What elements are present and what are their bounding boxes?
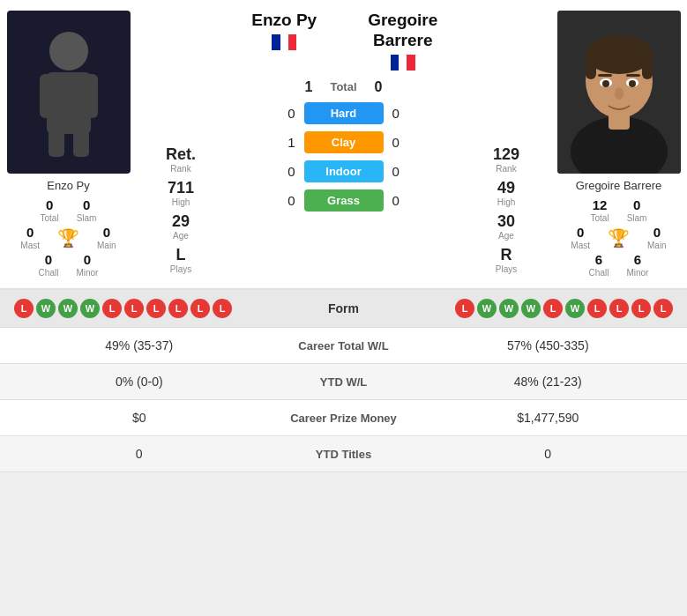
player1-slam-label: Slam	[77, 213, 97, 223]
player1-slam-stat: 0 Slam	[77, 197, 97, 223]
player2-chall-stat: 6 Chall	[589, 252, 609, 278]
player2-plays-block: R Plays	[496, 246, 517, 274]
player2-mast-stat: 0 Mast	[571, 225, 590, 250]
stats-left-1: 0% (0-0)	[14, 375, 265, 389]
player1-flag	[272, 34, 296, 50]
player2-age-value: 30	[497, 212, 515, 231]
player2-center-stats: 129 Rank 49 High 30 Age R Plays	[462, 11, 550, 278]
player1-total-label: Total	[41, 213, 59, 223]
player1-name-top: Enzo Py	[251, 11, 317, 31]
stats-center-3: YTD Titles	[265, 448, 423, 461]
svg-rect-17	[598, 74, 612, 77]
player1-form-badge-6: L	[146, 299, 166, 318]
player2-form-badge-4: L	[543, 299, 563, 318]
player2-stats: 12 Total 0 Slam 0 Mast 🏆	[550, 197, 687, 278]
player2-minor-stat: 6 Minor	[626, 252, 648, 278]
trophy-icon-right: 🏆	[608, 229, 630, 247]
grass-line: 0 Grass 0	[283, 189, 405, 212]
player2-stats-row2: 0 Mast 🏆 0 Main	[571, 225, 666, 250]
player1-mast-value: 0	[26, 225, 34, 240]
stats-center-2: Career Prize Money	[265, 412, 423, 425]
svg-rect-5	[73, 130, 89, 157]
player1-stats: 0 Total 0 Slam 0 Mast 🏆	[0, 197, 137, 278]
comparison-section: Enzo Py 0 Total 0 Slam 0 Mast	[0, 0, 687, 290]
stats-left-3: 0	[14, 447, 265, 461]
clay-line: 1 Clay 0	[283, 131, 405, 153]
svg-point-19	[615, 87, 624, 100]
h2h-total-label: Total	[330, 80, 356, 93]
stats-right-2: $1,477,590	[423, 411, 674, 425]
svg-point-0	[49, 32, 88, 71]
indoor-right: 0	[392, 164, 405, 179]
player2-form-badge-1: W	[477, 299, 497, 318]
player2-high-block: 49 High	[497, 179, 516, 207]
grass-right: 0	[392, 193, 405, 208]
player1-rank-label: Rank	[170, 164, 190, 174]
player2-age-block: 30 Age	[497, 212, 515, 241]
player2-total-stat: 12 Total	[591, 197, 609, 223]
player2-rank-block: 129 Rank	[493, 145, 519, 174]
stats-table: 49% (35-37) Career Total W/L 57% (450-33…	[0, 328, 687, 472]
player1-photo-col: Enzo Py 0 Total 0 Slam 0 Mast	[0, 11, 137, 278]
h2h-left-total: 1	[305, 79, 313, 95]
player2-photo-col: Gregoire Barrere 12 Total 0 Slam 0 Mast	[550, 11, 687, 278]
player1-mast-label: Mast	[20, 241, 40, 250]
stats-left-0: 49% (35-37)	[14, 338, 265, 353]
stats-right-1: 48% (21-23)	[423, 375, 674, 389]
player1-form-badge-4: L	[102, 299, 122, 318]
h2h-section: 1 Total 0 0 Hard 0 1 Clay	[225, 79, 462, 212]
player1-total-value: 0	[46, 197, 53, 212]
stats-row-1: 0% (0-0) YTD W/L 48% (21-23)	[0, 364, 687, 400]
form-label: Form	[273, 301, 414, 315]
clay-btn: Clay	[304, 131, 384, 153]
clay-right: 0	[392, 135, 405, 150]
stats-center-1: YTD W/L	[265, 375, 423, 389]
player1-age-value: 29	[172, 212, 190, 231]
player1-center-stats: Ret. Rank 711 High 29 Age L Plays	[137, 11, 225, 278]
hard-right: 0	[392, 106, 405, 121]
player1-plays-value: L	[175, 246, 185, 264]
player1-rank-value: Ret.	[166, 145, 196, 164]
svg-rect-2	[40, 74, 56, 118]
player2-age-label: Age	[498, 231, 514, 241]
player2-face-icon	[557, 11, 681, 174]
indoor-left: 0	[283, 164, 295, 179]
player2-photo	[557, 11, 681, 174]
svg-rect-12	[642, 53, 653, 79]
player1-name-below: Enzo Py	[47, 179, 89, 192]
clay-label: Clay	[332, 136, 355, 149]
player1-high-block: 711 High	[168, 179, 194, 207]
stats-row-2: $0 Career Prize Money $1,477,590	[0, 400, 687, 436]
player1-form: LWWWLLLLLL	[14, 299, 273, 318]
svg-rect-18	[626, 74, 640, 77]
player2-total-value: 12	[593, 197, 608, 212]
player1-main-label: Main	[97, 241, 116, 250]
player1-rank-block: Ret. Rank	[166, 145, 196, 174]
player2-name-below: Gregoire Barrere	[576, 179, 662, 192]
player2-high-value: 49	[497, 179, 515, 197]
player1-main-stat: 0 Main	[97, 225, 116, 250]
player2-total-label: Total	[591, 213, 609, 223]
player2-minor-label: Minor	[626, 268, 648, 278]
player2-chall-label: Chall	[589, 268, 609, 278]
player1-form-badge-8: L	[190, 299, 210, 318]
player2-slam-value: 0	[633, 197, 640, 212]
player1-form-badge-9: L	[213, 299, 232, 318]
player2-form-badge-0: L	[455, 299, 474, 318]
svg-point-16	[629, 80, 636, 87]
player2-minor-value: 6	[634, 252, 641, 267]
main-container: Enzo Py 0 Total 0 Slam 0 Mast	[0, 0, 687, 472]
player2-plays-label: Plays	[496, 264, 517, 274]
player2-trophy: 🏆	[608, 229, 630, 247]
player1-age-block: 29 Age	[172, 212, 190, 241]
player1-form-badge-2: W	[58, 299, 78, 318]
player2-stats-row1: 12 Total 0 Slam	[591, 197, 647, 223]
stats-right-0: 57% (450-335)	[423, 338, 674, 353]
total-line: 1 Total 0	[305, 79, 383, 95]
player1-stats-row1: 0 Total 0 Slam	[41, 197, 97, 223]
svg-rect-4	[49, 130, 64, 157]
player1-form-badge-0: L	[14, 299, 34, 318]
stats-center-0: Career Total W/L	[265, 339, 423, 353]
player2-name-top: Gregoire Barrere	[349, 11, 456, 51]
player1-form-badge-7: L	[168, 299, 188, 318]
